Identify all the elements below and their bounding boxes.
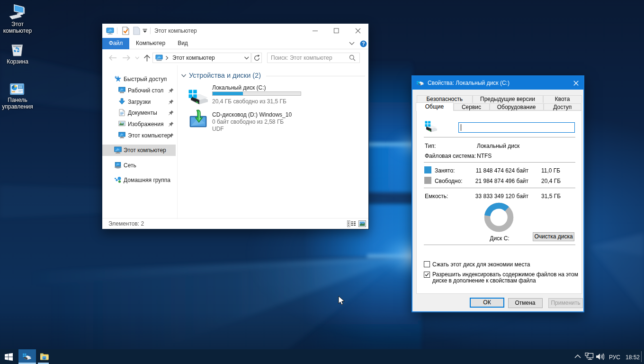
svg-text:?: ? — [362, 41, 365, 46]
